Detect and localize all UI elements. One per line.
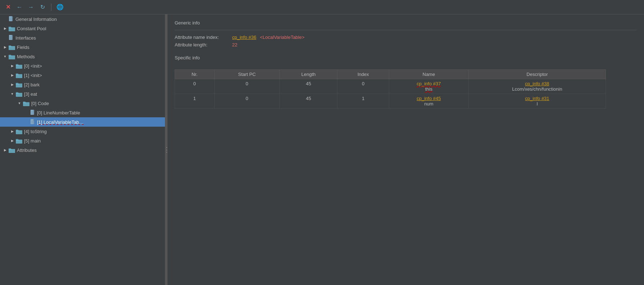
tree-item-code-1-localvariable[interactable]: ▶ [1] LocalVariableTab… — [0, 117, 165, 127]
tree-item-label: Attributes — [17, 148, 165, 153]
table-header: Nr. Start PC Length Index Name Descripto… — [175, 70, 606, 79]
tree-arrow-icon: ▶ — [9, 64, 16, 68]
descriptor-text: I — [474, 101, 600, 107]
tree-arrow-icon: ▶ — [1, 148, 9, 152]
tree-item-label: [0] LineNumberTable — [37, 110, 165, 116]
name-text: num — [395, 101, 463, 107]
tree-item-methods[interactable]: ▼ Methods — [0, 52, 165, 61]
tree-item-method-1-init[interactable]: ▶ [1] <init> — [0, 71, 165, 80]
attr-length-label: Attribute length: — [175, 42, 232, 48]
svg-rect-11 — [9, 35, 12, 40]
file-icon — [30, 110, 37, 116]
tree-item-label: Constant Pool — [17, 26, 165, 31]
svg-marker-10 — [12, 35, 13, 36]
cell-name: cp_info #37this — [389, 79, 469, 94]
tree-item-label: [0] Code — [31, 101, 165, 106]
tree-item-attributes[interactable]: ▶ Attributes — [0, 145, 165, 155]
name-link[interactable]: cp_info #37 — [417, 81, 441, 86]
col-index: Index — [337, 70, 389, 79]
tree-item-label: General Information — [15, 17, 165, 22]
svg-rect-50 — [16, 130, 18, 131]
folder-icon — [9, 54, 17, 59]
tree-item-label: [2] bark — [24, 82, 165, 87]
svg-rect-32 — [16, 92, 18, 93]
tree-arrow-icon: ▼ — [9, 92, 16, 96]
descriptor-text: Lcom/xes/chn/functionin — [474, 86, 600, 92]
tree-item-method-3-eat[interactable]: ▼ [3] eat — [0, 89, 165, 99]
folder-icon — [16, 91, 24, 97]
descriptor-link[interactable]: cp_info #38 — [525, 81, 549, 86]
folder-icon — [23, 100, 31, 106]
tree-item-interfaces[interactable]: ▶ Interfaces — [0, 33, 165, 42]
tree-item-method-0-init[interactable]: ▶ [0] <init> — [0, 61, 165, 71]
tree-item-code-0-linenumber[interactable]: ▶ [0] LineNumberTable — [0, 108, 165, 117]
tree-item-eat-0-code[interactable]: ▼ [0] Code — [0, 99, 165, 108]
col-startpc: Start PC — [214, 70, 280, 79]
tree-item-fields[interactable]: ▶ Fields — [0, 42, 165, 52]
cell-length: 45 — [280, 94, 337, 109]
cell-nr: 1 — [175, 94, 215, 109]
specific-info-title: Specific info — [175, 55, 637, 60]
svg-rect-53 — [16, 139, 18, 140]
tree-arrow-icon: ▶ — [1, 45, 9, 49]
tree-arrow-icon: ▼ — [16, 101, 23, 105]
folder-icon — [16, 63, 24, 69]
back-button[interactable]: ← — [15, 3, 24, 12]
file-icon — [9, 35, 15, 41]
tree-item-label: [3] eat — [24, 91, 165, 97]
file-icon — [30, 119, 37, 125]
folder-icon — [16, 138, 24, 144]
svg-rect-26 — [16, 73, 18, 74]
folder-icon — [16, 72, 24, 78]
table-header-row: Nr. Start PC Length Index Name Descripto… — [175, 70, 606, 79]
refresh-button[interactable]: ↻ — [38, 3, 47, 12]
detail-panel: Generic info Attribute name index: cp_in… — [167, 14, 644, 285]
svg-rect-44 — [31, 119, 33, 124]
attr-name-value[interactable]: cp_info #36 — [232, 35, 256, 40]
folder-icon — [9, 44, 17, 50]
tree-item-method-5-main[interactable]: ▶ [5] main — [0, 136, 165, 145]
svg-marker-37 — [33, 110, 35, 111]
tree-arrow-icon: ▶ — [9, 73, 16, 77]
tree-item-label: Fields — [17, 45, 165, 50]
svg-rect-8 — [9, 27, 11, 28]
tree-item-label: [0] <init> — [24, 63, 165, 69]
name-link[interactable]: cp_info #45 — [417, 96, 441, 101]
col-name: Name — [389, 70, 469, 79]
cell-nr: 0 — [175, 79, 215, 94]
cell-index: 0 — [337, 79, 389, 94]
cell-descriptor: cp_info #38Lcom/xes/chn/functionin — [469, 79, 606, 94]
table-row: 10451cp_info #45numcp_info #31I — [175, 94, 606, 109]
close-button[interactable]: ✕ — [4, 3, 12, 12]
svg-rect-38 — [31, 110, 33, 115]
main-content: ▶ General Information▶ Constant Pool▶ In… — [0, 14, 644, 285]
tree-item-constant-pool[interactable]: ▶ Constant Pool — [0, 24, 165, 33]
attr-length-row: Attribute length: 22 — [175, 42, 637, 48]
attr-name-type: <LocalVariableTable> — [260, 35, 304, 40]
tree-arrow-icon: ▶ — [9, 83, 16, 86]
col-descriptor: Descriptor — [469, 70, 606, 79]
tree-item-method-4-tostring[interactable]: ▶ [4] toString — [0, 127, 165, 136]
attr-name-label: Attribute name index: — [175, 35, 232, 40]
svg-rect-56 — [9, 148, 11, 149]
cell-length: 45 — [280, 79, 337, 94]
svg-rect-29 — [16, 83, 18, 84]
svg-rect-35 — [23, 101, 26, 103]
forward-button[interactable]: → — [27, 3, 35, 12]
descriptor-link[interactable]: cp_info #31 — [525, 96, 549, 101]
cell-name: cp_info #45num — [389, 94, 469, 109]
tree-item-label: [5] main — [24, 138, 165, 144]
svg-rect-20 — [9, 55, 11, 56]
globe-button[interactable]: 🌐 — [56, 3, 64, 12]
folder-icon — [9, 147, 17, 153]
specific-info-table: Nr. Start PC Length Index Name Descripto… — [175, 69, 606, 109]
tree-item-label: [1] LocalVariableTab… — [37, 119, 165, 125]
table-row: 00450cp_info #37thiscp_info #38Lcom/xes/… — [175, 79, 606, 94]
folder-icon — [16, 82, 24, 87]
tree-panel: ▶ General Information▶ Constant Pool▶ In… — [0, 14, 165, 285]
cell-startpc: 0 — [214, 79, 280, 94]
tree-item-method-2-bark[interactable]: ▶ [2] bark — [0, 80, 165, 89]
tree-item-label: Interfaces — [15, 35, 165, 41]
tree-item-general-info[interactable]: ▶ General Information — [0, 14, 165, 24]
col-length: Length — [280, 70, 337, 79]
